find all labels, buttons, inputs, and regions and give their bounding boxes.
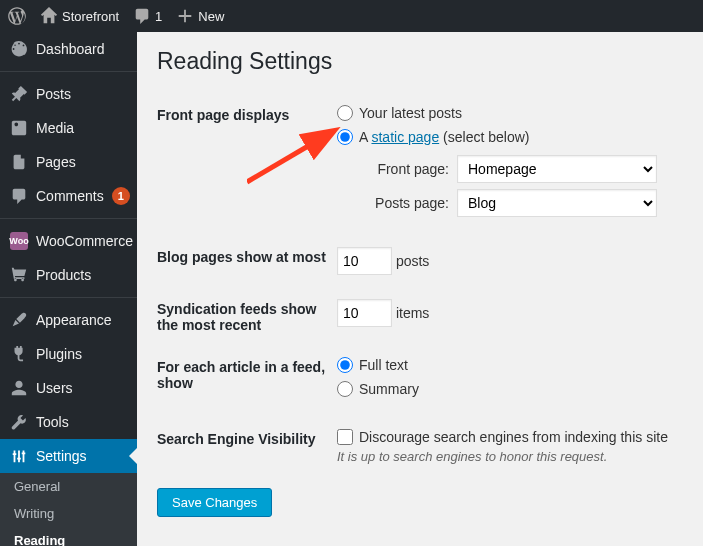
sidebar-item-tools[interactable]: Tools (0, 405, 137, 439)
sidebar-label: Tools (36, 414, 69, 430)
sliders-icon (10, 447, 28, 465)
front-page-select[interactable]: Homepage (457, 155, 657, 183)
sidebar-label: Pages (36, 154, 76, 170)
sidebar-item-appearance[interactable]: Appearance (0, 303, 137, 337)
sidebar-label: Comments (36, 188, 104, 204)
sidebar-item-plugins[interactable]: Plugins (0, 337, 137, 371)
radio-static-page[interactable] (337, 129, 353, 145)
select-below-text: (select below) (439, 129, 529, 145)
submenu-writing[interactable]: Writing (0, 500, 137, 527)
blog-pages-label: Blog pages show at most (157, 247, 337, 265)
seo-discourage-checkbox[interactable] (337, 429, 353, 445)
comments-count: 1 (155, 9, 162, 24)
sidebar-item-posts[interactable]: Posts (0, 77, 137, 111)
article-feed-label: For each article in a feed, show (157, 357, 337, 391)
comment-icon (133, 7, 151, 25)
settings-submenu: General Writing Reading Discussion Media… (0, 473, 137, 546)
woocommerce-icon: Woo (10, 232, 28, 250)
wp-logo[interactable] (8, 7, 26, 25)
sidebar-item-comments[interactable]: Comments 1 (0, 179, 137, 213)
sidebar-label: Dashboard (36, 41, 105, 57)
admin-toolbar: Storefront 1 New (0, 0, 703, 32)
radio-full-text[interactable] (337, 357, 353, 373)
submenu-general[interactable]: General (0, 473, 137, 500)
brush-icon (10, 311, 28, 329)
wrench-icon (10, 413, 28, 431)
page-title: Reading Settings (157, 48, 683, 75)
syndication-unit: items (396, 305, 429, 321)
sidebar-label: Products (36, 267, 91, 283)
sidebar-label: WooCommerce (36, 233, 133, 249)
seo-description: It is up to search engines to honor this… (337, 449, 683, 464)
radio-latest-posts[interactable] (337, 105, 353, 121)
page-icon (10, 153, 28, 171)
sidebar-label: Media (36, 120, 74, 136)
syndication-label: Syndication feeds show the most recent (157, 299, 337, 333)
posts-page-select-label: Posts page: (367, 195, 449, 211)
sidebar-label: Plugins (36, 346, 82, 362)
sidebar-item-settings[interactable]: Settings (0, 439, 137, 473)
sidebar-item-dashboard[interactable]: Dashboard (0, 32, 137, 66)
comments-link[interactable]: 1 (133, 7, 162, 25)
sidebar-item-pages[interactable]: Pages (0, 145, 137, 179)
blog-pages-unit: posts (396, 253, 429, 269)
user-icon (10, 379, 28, 397)
cart-icon (10, 266, 28, 284)
save-button[interactable]: Save Changes (157, 488, 272, 517)
front-page-select-label: Front page: (367, 161, 449, 177)
front-page-displays-label: Front page displays (157, 105, 337, 123)
wordpress-icon (8, 7, 26, 25)
sidebar-item-users[interactable]: Users (0, 371, 137, 405)
sidebar-label: Users (36, 380, 73, 396)
sidebar-item-woocommerce[interactable]: WooWooCommerce (0, 224, 137, 258)
summary-label: Summary (359, 381, 419, 397)
new-content[interactable]: New (176, 7, 224, 25)
latest-posts-label: Your latest posts (359, 105, 462, 121)
full-text-label: Full text (359, 357, 408, 373)
comment-icon (10, 187, 28, 205)
site-name: Storefront (62, 9, 119, 24)
blog-pages-input[interactable] (337, 247, 392, 275)
seo-checkbox-label: Discourage search engines from indexing … (359, 429, 668, 445)
seo-visibility-label: Search Engine Visibility (157, 429, 337, 447)
pin-icon (10, 85, 28, 103)
plus-icon (176, 7, 194, 25)
content-area: Reading Settings Front page displays You… (137, 32, 703, 546)
sidebar-item-products[interactable]: Products (0, 258, 137, 292)
sidebar-label: Posts (36, 86, 71, 102)
admin-sidebar: Dashboard Posts Media Pages Comments 1 W… (0, 32, 137, 546)
plug-icon (10, 345, 28, 363)
submenu-reading[interactable]: Reading (0, 527, 137, 546)
static-page-link[interactable]: static page (371, 129, 439, 145)
site-link[interactable]: Storefront (40, 7, 119, 25)
radio-summary[interactable] (337, 381, 353, 397)
sidebar-label: Settings (36, 448, 87, 464)
sidebar-item-media[interactable]: Media (0, 111, 137, 145)
comments-badge: 1 (112, 187, 130, 205)
dashboard-icon (10, 40, 28, 58)
sidebar-label: Appearance (36, 312, 112, 328)
home-icon (40, 7, 58, 25)
a-prefix: A (359, 129, 371, 145)
new-label: New (198, 9, 224, 24)
media-icon (10, 119, 28, 137)
posts-page-select[interactable]: Blog (457, 189, 657, 217)
syndication-input[interactable] (337, 299, 392, 327)
